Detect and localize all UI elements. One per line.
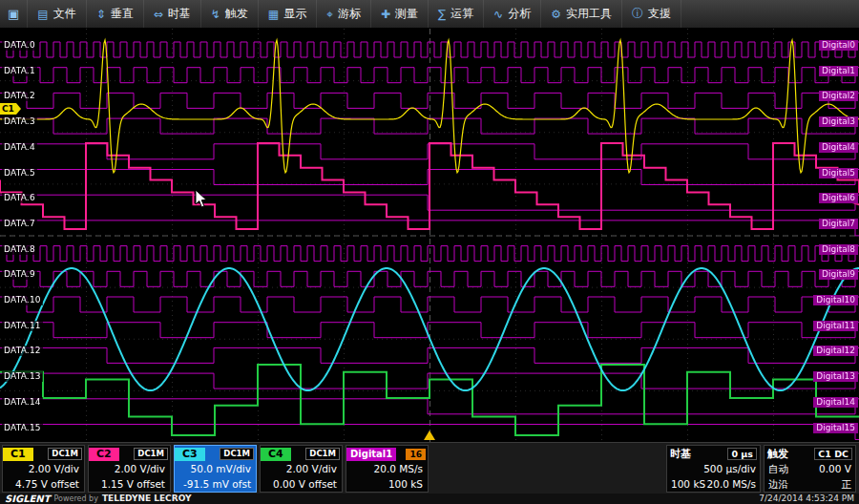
c1-scale: 2.00 V/div <box>3 461 84 476</box>
status-bar: SIGLENT Powered by TELEDYNE LECROY 7/24/… <box>0 494 859 504</box>
trigger-header: 触发 C1 DC <box>765 446 855 461</box>
digital-right-label-8[interactable]: Digital8 <box>819 244 858 255</box>
descriptor-bar: C1 DC1M 2.00 V/div 4.75 V offset C2 DC1M… <box>0 442 859 494</box>
math-icon: ∑ <box>438 8 446 21</box>
channel-descriptor-c2[interactable]: C2 DC1M 2.00 V/div 1.15 V offset <box>88 445 171 493</box>
timebase-descriptor[interactable]: 时基 0 µs 500 µs/div 100 kS 20.0 MS/s <box>666 445 761 493</box>
menu-item-label: 触发 <box>225 6 248 22</box>
cursors-icon: ⌖ <box>326 8 333 21</box>
brand-block: SIGLENT Powered by TELEDYNE LECROY <box>5 494 192 504</box>
trigger-type: 边沿 <box>768 476 788 492</box>
menu-item-label: 显示 <box>283 6 306 22</box>
brand-teledyne-lecroy: TELEDYNE LECROY <box>102 494 192 504</box>
brand-siglent: SIGLENT <box>5 494 51 504</box>
menu-item-measure[interactable]: ✚测量 <box>371 0 429 28</box>
menu-item-label: 支援 <box>648 6 671 22</box>
timebase-delay: 0 µs <box>727 448 757 460</box>
digital-right-label-3[interactable]: Digital3 <box>819 116 858 127</box>
menu-item-label: 时基 <box>168 6 191 22</box>
c2-scale: 2.00 V/div <box>89 461 170 476</box>
digital-left-label-4: DATA.4 <box>2 142 37 153</box>
c1-header: C1 DC1M <box>3 446 84 461</box>
timebase-samples: 100 kS <box>671 476 705 492</box>
digital-right-label-7[interactable]: Digital7 <box>819 219 858 229</box>
menu-item-label: 文件 <box>53 6 76 22</box>
channel-descriptor-c3[interactable]: C3 DC1M 50.0 mV/div -91.5 mV ofst <box>174 445 257 493</box>
c4-header: C4 DC1M <box>261 446 342 461</box>
digital-right-label-6[interactable]: Digital6 <box>819 193 858 203</box>
menu-item-file[interactable]: ▤文件 <box>28 0 86 28</box>
digital-left-label-3: DATA.3 <box>2 116 37 127</box>
menu-item-vertical[interactable]: ⇕垂直 <box>87 0 144 28</box>
app-icon: ▣ <box>0 0 28 28</box>
timebase-header: 时基 0 µs <box>667 446 760 461</box>
measure-icon: ✚ <box>381 8 390 21</box>
digital-left-label-12: DATA.12 <box>2 346 43 356</box>
menu-item-trigger[interactable]: ↯触发 <box>201 0 259 28</box>
digital-tag: Digital1 <box>346 448 396 461</box>
digital-right-label-9[interactable]: Digital9 <box>819 269 858 280</box>
menu-items: ▤文件⇕垂直⇔时基↯触发▦显示⌖游标✚测量∑运算∿分析⚙实用工具ⓘ支援 <box>28 0 681 28</box>
trigger-level: 0.00 V <box>819 461 851 476</box>
menu-item-label: 垂直 <box>111 6 134 22</box>
c4-offset: 0.00 V offset <box>261 476 342 492</box>
digital-header: Digital1 16 <box>346 446 428 461</box>
digital-descriptor[interactable]: Digital1 16 20.0 MS/s 100 kS <box>346 445 429 493</box>
channel-descriptor-c4[interactable]: C4 DC1M 2.00 V/div 0.00 V offset <box>260 445 343 493</box>
c3-scale: 50.0 mV/div <box>175 461 256 476</box>
timebase-sampling: 100 kS 20.0 MS/s <box>667 476 760 492</box>
timebase-icon: ⇔ <box>154 8 163 21</box>
vertical-icon: ⇕ <box>96 8 106 21</box>
menu-item-display[interactable]: ▦显示 <box>259 0 317 28</box>
digital-right-label-14[interactable]: Digital14 <box>813 397 858 408</box>
trigger-type-slope: 边沿 正 <box>765 476 855 492</box>
menu-item-label: 游标 <box>338 6 361 22</box>
c1-tag: C1 <box>3 448 33 461</box>
c1-position-marker[interactable]: C1 <box>0 103 16 115</box>
digital-rate: 20.0 MS/s <box>346 461 428 476</box>
timebase-rate: 20.0 MS/s <box>707 476 756 492</box>
digital-right-label-15[interactable]: Digital15 <box>813 423 858 433</box>
digital-right-label-10[interactable]: Digital10 <box>813 295 858 305</box>
trigger-source: C1 DC <box>814 448 852 460</box>
digital-left-label-6: DATA.6 <box>2 193 37 203</box>
c2-offset: 1.15 V offset <box>89 476 170 492</box>
powered-by-label: Powered by <box>54 494 98 504</box>
digital-right-label-4[interactable]: Digital4 <box>819 142 858 153</box>
menu-item-label: 实用工具 <box>566 6 612 22</box>
digital-right-label-0[interactable]: Digital0 <box>819 40 858 51</box>
menu-item-cursors[interactable]: ⌖游标 <box>317 0 371 28</box>
c4-coupling-badge: DC1M <box>305 448 340 460</box>
menu-item-timebase[interactable]: ⇔时基 <box>144 0 201 28</box>
digital-left-label-2: DATA.2 <box>2 91 37 101</box>
c4-tag: C4 <box>261 448 291 461</box>
menu-item-label: 测量 <box>395 6 418 22</box>
channel-descriptor-c1[interactable]: C1 DC1M 2.00 V/div 4.75 V offset <box>2 445 85 493</box>
menu-item-label: 分析 <box>508 6 531 22</box>
c2-header: C2 DC1M <box>89 446 170 461</box>
menu-item-utilities[interactable]: ⚙实用工具 <box>541 0 622 28</box>
analysis-icon: ∿ <box>493 8 503 21</box>
menu-item-analysis[interactable]: ∿分析 <box>484 0 541 28</box>
digital-left-label-13: DATA.13 <box>2 371 43 382</box>
trigger-icon: ↯ <box>211 8 220 21</box>
digital-right-label-2[interactable]: Digital2 <box>819 91 858 101</box>
waveform-display[interactable] <box>0 29 859 442</box>
trigger-mode: 自动 <box>768 461 788 476</box>
menu-item-support[interactable]: ⓘ支援 <box>622 0 681 28</box>
menu-bar: ▣ ▤文件⇕垂直⇔时基↯触发▦显示⌖游标✚测量∑运算∿分析⚙实用工具ⓘ支援 <box>0 0 859 29</box>
digital-right-label-13[interactable]: Digital13 <box>813 371 858 382</box>
timebase-scale: 500 µs/div <box>667 461 760 476</box>
digital-right-label-11[interactable]: Digital11 <box>813 321 858 331</box>
oscilloscope-app: ▣ ▤文件⇕垂直⇔时基↯触发▦显示⌖游标✚测量∑运算∿分析⚙实用工具ⓘ支援 C1… <box>0 0 859 504</box>
c4-scale: 2.00 V/div <box>261 461 342 476</box>
digital-right-label-12[interactable]: Digital12 <box>813 346 858 356</box>
digital-samples: 100 kS <box>346 476 428 492</box>
c2-coupling-badge: DC1M <box>134 448 168 460</box>
digital-left-label-8: DATA.8 <box>2 244 37 255</box>
trigger-mode-level: 自动 0.00 V <box>765 461 855 476</box>
digital-right-label-5[interactable]: Digital5 <box>819 168 858 178</box>
trigger-descriptor[interactable]: 触发 C1 DC 自动 0.00 V 边沿 正 <box>764 445 856 493</box>
digital-right-label-1[interactable]: Digital1 <box>819 66 858 76</box>
menu-item-math[interactable]: ∑运算 <box>429 0 484 28</box>
